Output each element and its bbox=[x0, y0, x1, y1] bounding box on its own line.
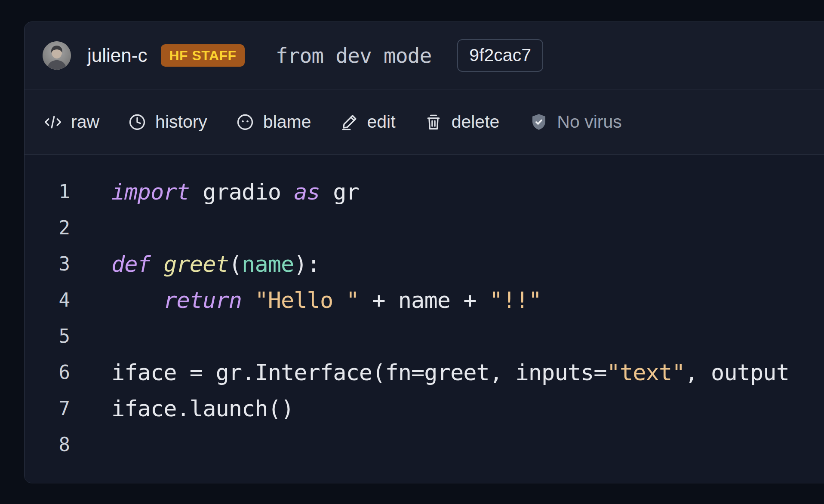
line-number[interactable]: 2 bbox=[25, 210, 70, 246]
trash-icon bbox=[424, 113, 443, 132]
edit-button[interactable]: edit bbox=[340, 112, 396, 132]
avatar[interactable] bbox=[43, 41, 71, 70]
line-number[interactable]: 7 bbox=[25, 390, 70, 427]
username[interactable]: julien-c bbox=[87, 45, 147, 66]
clock-icon bbox=[128, 113, 147, 132]
delete-label: delete bbox=[452, 112, 500, 132]
edit-label: edit bbox=[367, 112, 396, 132]
line-number[interactable]: 4 bbox=[25, 282, 70, 318]
blame-button[interactable]: blame bbox=[236, 112, 311, 132]
delete-button[interactable]: delete bbox=[424, 112, 500, 132]
code-line: 7iface.launch() bbox=[25, 390, 824, 427]
code-line: 1import gradio as gr bbox=[25, 174, 824, 210]
code-line: 3def greet(name): bbox=[25, 246, 824, 282]
line-number[interactable]: 1 bbox=[25, 174, 70, 210]
code-line: 6iface = gr.Interface(fn=greet, inputs="… bbox=[25, 354, 824, 390]
code-body: 1import gradio as gr23def greet(name):4 … bbox=[25, 174, 824, 463]
history-label: history bbox=[155, 112, 207, 132]
code-line: 4 return "Hello " + name + "!!" bbox=[25, 282, 824, 318]
line-content: return "Hello " + name + "!!" bbox=[111, 282, 541, 318]
commit-hash-button[interactable]: 9f2cac7 bbox=[457, 39, 543, 71]
file-toolbar: raw history blame edit bbox=[25, 89, 824, 155]
line-content: iface.launch() bbox=[111, 390, 294, 427]
history-button[interactable]: history bbox=[128, 112, 207, 132]
virus-status: No virus bbox=[529, 112, 621, 132]
line-content: iface = gr.Interface(fn=greet, inputs="t… bbox=[111, 354, 789, 390]
hf-staff-badge: HF STAFF bbox=[161, 44, 244, 67]
pencil-icon bbox=[340, 113, 359, 132]
line-content: def greet(name): bbox=[111, 246, 320, 282]
code-line: 2 bbox=[25, 210, 824, 246]
raw-label: raw bbox=[71, 112, 99, 132]
smiley-icon bbox=[236, 113, 255, 132]
line-number[interactable]: 6 bbox=[25, 354, 70, 390]
shield-check-icon bbox=[529, 113, 548, 132]
code-viewer: 1import gradio as gr23def greet(name):4 … bbox=[25, 155, 824, 483]
code-line: 5 bbox=[25, 318, 824, 354]
code-icon bbox=[43, 113, 62, 132]
line-content: import gradio as gr bbox=[111, 174, 359, 210]
code-line: 8 bbox=[25, 427, 824, 463]
commit-header: julien-c HF STAFF from dev mode 9f2cac7 bbox=[25, 22, 824, 89]
line-number[interactable]: 3 bbox=[25, 246, 70, 282]
commit-message[interactable]: from dev mode bbox=[276, 43, 432, 68]
virus-status-label: No virus bbox=[557, 112, 621, 132]
raw-button[interactable]: raw bbox=[43, 112, 99, 132]
line-number[interactable]: 5 bbox=[25, 318, 70, 354]
line-number[interactable]: 8 bbox=[25, 427, 70, 463]
blame-label: blame bbox=[263, 112, 311, 132]
file-viewer-card: julien-c HF STAFF from dev mode 9f2cac7 … bbox=[24, 22, 824, 483]
avatar-image bbox=[43, 41, 71, 70]
